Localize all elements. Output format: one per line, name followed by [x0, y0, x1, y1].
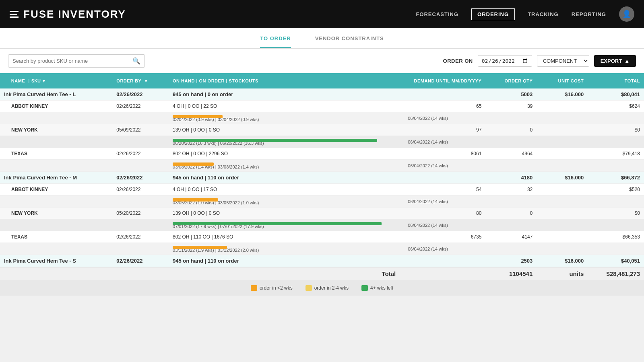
location-orderby: 02/26/2022	[112, 101, 169, 112]
location-demand: 97	[404, 124, 485, 136]
logo-icon	[10, 11, 19, 18]
col-header-total: TOTAL	[588, 73, 644, 88]
product-onhand: 945 on hand | 0 on order	[169, 88, 404, 101]
legend-yellow-dot	[305, 285, 312, 291]
search-box[interactable]: 🔍	[8, 54, 145, 68]
bar-row: 07/01/2022 (17.9 wks) | 07/01/2022 (17.9…	[0, 219, 644, 231]
location-total: $0	[588, 124, 644, 136]
tab-vendor-constraints[interactable]: VENDOR CONSTRAINTS	[315, 28, 384, 48]
location-total: $0	[588, 208, 644, 219]
bar-demand-date: 06/04/2022 (14 wks)	[404, 112, 485, 124]
location-orderqty: 4964	[485, 148, 537, 160]
location-bar-cell: 03/04/2022 (0.9 wks) | 03/04/2022 (0.9 w…	[169, 112, 404, 124]
product-orderqty: 4180	[485, 172, 537, 184]
sku-sort-button[interactable]: SKU ▼	[31, 78, 46, 83]
nav-reporting[interactable]: REPORTING	[572, 10, 606, 19]
location-orderby: 05/09/2022	[112, 124, 169, 136]
location-name: NEW YORK	[0, 124, 112, 136]
location-orderby: 05/20/2022	[112, 208, 169, 219]
bar-row: 03/08/2022 (1.4 wks) | 03/08/2022 (1.4 w…	[0, 160, 644, 172]
location-onhand: 802 OH | 110 OO | 1676 SO	[169, 231, 404, 243]
location-demand: 6735	[404, 231, 485, 243]
location-orderqty: 39	[485, 101, 537, 112]
progress-bar-wrap	[173, 137, 400, 140]
toolbar-right: ORDER ON COMPONENT EXPORT ▲	[443, 55, 636, 67]
product-unitcost: $16.000	[537, 88, 588, 101]
legend-yellow: order in 2-4 wks	[305, 285, 349, 291]
location-name: ABBOT KINNEY	[0, 101, 112, 112]
location-total: $520	[588, 184, 644, 195]
legend-green: 4+ wks left	[361, 285, 393, 291]
product-name: Ink Pima Curved Hem Tee - S	[0, 255, 112, 267]
product-total: $66,872	[588, 172, 644, 184]
location-name: TEXAS	[0, 148, 112, 160]
product-unitcost: $16.000	[537, 172, 588, 184]
total-row: Total 1104541 units $28,481,273	[0, 267, 644, 280]
product-row: Ink Pima Curved Hem Tee - M 02/26/2022 9…	[0, 172, 644, 184]
col-header-demand: DEMAND UNTIL MM/DD/YYYY	[404, 73, 485, 88]
export-button[interactable]: EXPORT ▲	[594, 55, 636, 67]
product-onhand: 945 on hand | 110 on order	[169, 255, 404, 267]
tab-to-order[interactable]: TO ORDER	[260, 28, 291, 48]
product-onhand: 945 on hand | 110 on order	[169, 172, 404, 184]
location-unitcost	[537, 184, 588, 195]
product-orderby: 02/26/2022	[112, 255, 169, 267]
progress-bar	[173, 139, 377, 142]
location-bar-cell: 03/08/2022 (1.4 wks) | 03/08/2022 (1.4 w…	[169, 160, 404, 172]
location-onhand: 139 OH | 0 OO | 0 SO	[169, 208, 404, 219]
product-orderby: 02/26/2022	[112, 88, 169, 101]
nav-forecasting[interactable]: FORECASTING	[416, 10, 458, 19]
product-unitcost: $16.000	[537, 255, 588, 267]
product-orderqty: 5003	[485, 88, 537, 101]
location-orderby: 02/26/2022	[112, 231, 169, 243]
progress-bar	[173, 246, 227, 249]
progress-bar	[173, 162, 214, 166]
logo: FUSE INVENTORY	[10, 8, 126, 21]
product-demand	[404, 172, 485, 184]
location-orderqty: 0	[485, 124, 537, 136]
total-units: units	[537, 267, 588, 280]
progress-bar-wrap	[173, 244, 400, 247]
order-on-label: ORDER ON	[443, 58, 473, 64]
location-total: $66,353	[588, 231, 644, 243]
location-row: ABBOT KINNEY 02/26/2022 4 OH | 0 OO | 22…	[0, 101, 644, 112]
search-input[interactable]	[12, 58, 132, 64]
location-bar-cell: 03/05/2022 (1.0 wks) | 03/05/2022 (1.0 w…	[169, 195, 404, 208]
search-icon[interactable]: 🔍	[132, 57, 140, 65]
nav-tracking[interactable]: TRACKING	[528, 10, 559, 19]
product-name: Ink Pima Curved Hem Tee - L	[0, 88, 112, 101]
location-row: NEW YORK 05/09/2022 139 OH | 0 OO | 0 SO…	[0, 124, 644, 136]
total-orderqty: 1104541	[485, 267, 537, 280]
product-orderqty: 2503	[485, 255, 537, 267]
nav-ordering[interactable]: ORDERING	[471, 8, 515, 20]
legend-orange-dot	[251, 285, 257, 291]
component-select[interactable]: COMPONENT	[537, 55, 589, 67]
legend-green-dot	[361, 285, 368, 291]
location-demand: 54	[404, 184, 485, 195]
legend-orange: order in <2 wks	[251, 285, 293, 291]
add-icon[interactable]: +	[4, 77, 8, 84]
col-header-unitcost: UNIT COST	[537, 73, 588, 88]
bar-demand-date: 06/04/2022 (14 wks)	[404, 195, 485, 208]
location-row: NEW YORK 05/20/2022 139 OH | 0 OO | 0 SO…	[0, 208, 644, 219]
location-name: TEXAS	[0, 231, 112, 243]
location-orderqty: 4147	[485, 231, 537, 243]
progress-bar-wrap	[173, 161, 400, 164]
location-unitcost	[537, 231, 588, 243]
location-row: ABBOT KINNEY 02/26/2022 4 OH | 0 OO | 17…	[0, 184, 644, 195]
product-row: Ink Pima Curved Hem Tee - L 02/26/2022 9…	[0, 88, 644, 101]
location-name: ABBOT KINNEY	[0, 184, 112, 195]
bar-demand-date: 06/04/2022 (14 wks)	[404, 160, 485, 172]
location-total: $624	[588, 101, 644, 112]
location-orderqty: 32	[485, 184, 537, 195]
location-onhand: 4 OH | 0 OO | 17 SO	[169, 184, 404, 195]
product-row: Ink Pima Curved Hem Tee - S 02/26/2022 9…	[0, 255, 644, 267]
table-header-row: + NAME | SKU ▼ ORDER BY ▼ ON HAND | ON O…	[0, 73, 644, 88]
avatar[interactable]: 👤	[619, 6, 634, 22]
table-wrap: + NAME | SKU ▼ ORDER BY ▼ ON HAND | ON O…	[0, 73, 644, 280]
location-total: $79,418	[588, 148, 644, 160]
order-date-input[interactable]	[478, 55, 532, 67]
main-nav: FORECASTING ORDERING TRACKING REPORTING …	[416, 6, 634, 22]
tabs-bar: TO ORDER VENDOR CONSTRAINTS	[0, 28, 644, 49]
product-demand	[404, 88, 485, 101]
